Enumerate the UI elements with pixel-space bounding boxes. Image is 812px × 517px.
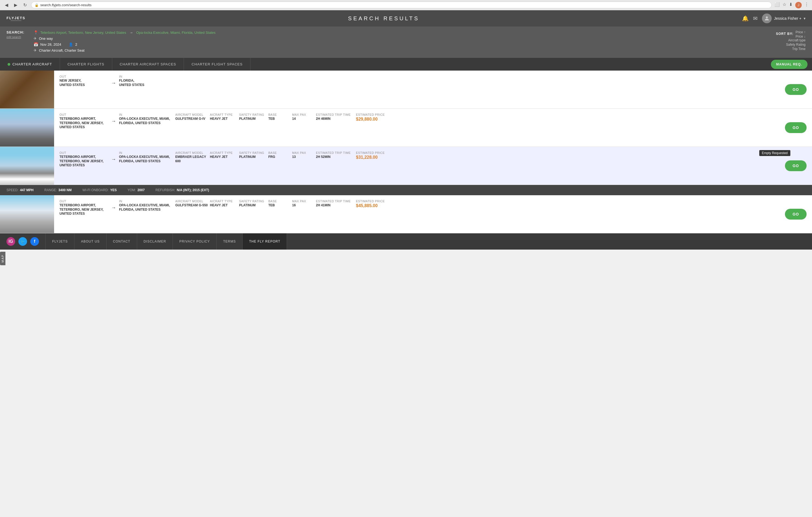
trip-time-label: ESTIMATED TRIP TIME — [316, 113, 354, 116]
footer-social: IG 🐦 f — [6, 237, 39, 246]
tab-charter-aircraft-spaces[interactable]: CHARTER AIRCRAFT SPACES — [112, 58, 184, 70]
footer-the-fly-report[interactable]: THE FLY REPORT — [243, 233, 287, 250]
date-pax-row: 📅 Nov 28, 2024 👤 2 — [33, 42, 771, 47]
tab-manual-req[interactable]: MANUAL REQ. — [771, 60, 808, 69]
sort-price-asc[interactable]: Price ↑ — [795, 30, 806, 34]
aircraft-image — [0, 147, 54, 185]
tab-charter-aircraft-label: CHARTER AIRCRAFT — [12, 62, 52, 66]
footer-terms[interactable]: TERMS — [217, 233, 243, 250]
instagram-icon[interactable]: IG — [6, 237, 15, 246]
tab-charter-aircraft[interactable]: CHARTER AIRCRAFT — [0, 58, 60, 70]
active-indicator — [7, 63, 10, 66]
user-menu[interactable]: Jessica Fisher + ▾ — [762, 13, 806, 23]
card-actions: GO — [778, 195, 812, 233]
twitter-icon[interactable]: 🐦 — [19, 237, 27, 246]
calendar-icon: 📅 — [33, 42, 38, 47]
url-text: search.flyjets.com/search-results — [40, 3, 91, 7]
safety-label: SAFETY RATING — [239, 151, 266, 154]
footer-privacy-policy[interactable]: PRIVACY POLICY — [173, 233, 217, 250]
empty-requested-badge: Empty Requested — [759, 150, 790, 156]
sort-aircraft-type[interactable]: Aircraft type — [788, 38, 806, 42]
safety-val: PLATINUM — [239, 203, 266, 208]
tab-charter-flight-spaces[interactable]: CHARTER FLIGHT SPACES — [184, 58, 251, 70]
in-label: IN — [119, 75, 173, 78]
in-label: IN — [119, 200, 173, 203]
download-icon[interactable]: ⬇ — [789, 2, 792, 8]
tab-charter-flight-spaces-label: CHARTER FLIGHT SPACES — [192, 62, 243, 66]
base-val: FRG — [268, 155, 290, 159]
in-col: IN OPA-LOCKA EXECUTIVE, MIAMI, FLORIDA, … — [119, 200, 173, 212]
card-body: OUT TETERBORO AIRPORT, TETERBORO, NEW JE… — [54, 195, 778, 233]
go-button[interactable]: GO — [785, 209, 807, 219]
sort-trip-time[interactable]: Trip Time — [792, 47, 806, 51]
price-label: ESTIMATED PRICE — [356, 200, 394, 203]
range-val: 3400 NM — [58, 188, 72, 192]
trip-time-col: ESTIMATED TRIP TIME 2H 52MIN — [316, 151, 354, 159]
speed-val: 447 MPH — [20, 188, 33, 192]
aircraft-type-val: HEAVY JET — [210, 117, 237, 121]
sort-price-desc[interactable]: Price ↓ — [795, 35, 806, 38]
flight-info: OUT NEW JERSEY,UNITED STATES → IN FLORID… — [59, 75, 774, 87]
url-bar[interactable]: 🔒 search.flyjets.com/search-results — [31, 2, 772, 8]
tabs: CHARTER AIRCRAFT CHARTER FLIGHTS CHARTER… — [0, 58, 812, 70]
pax-text: 2 — [75, 42, 77, 47]
refresh-button[interactable]: ↻ — [22, 2, 28, 8]
arrow-col: → — [110, 151, 117, 162]
menu-icon[interactable]: ⋮ — [805, 2, 809, 8]
trip-time-val: 2H 46MIN — [316, 117, 354, 121]
sort-safety-rating[interactable]: Safety Rating — [786, 43, 806, 47]
card-actions: GO — [778, 70, 812, 109]
logo[interactable]: FLYJETS — [6, 16, 25, 21]
footer-flyjets[interactable]: FLYJETS — [46, 233, 75, 250]
tab-charter-flights[interactable]: CHARTER FLIGHTS — [60, 58, 112, 70]
yom-val: 2007 — [137, 188, 145, 192]
header: FLYJETS SEARCH RESULTS 🔔 ✉ Jessica Fishe… — [0, 10, 812, 27]
card-actions: GO — [778, 109, 812, 147]
search-label: SEARCH: — [6, 30, 28, 34]
pax-icon: 👤 — [69, 42, 73, 47]
result-card: OUT NEW JERSEY,UNITED STATES → IN FLORID… — [0, 70, 812, 109]
dest-val: FLORIDA,UNITED STATES — [119, 79, 173, 87]
forward-button[interactable]: ▶ — [12, 2, 19, 8]
browser-actions: ⬜ ☆ ⬇ J ⋮ — [775, 2, 809, 8]
price-val: $45,885.00 — [356, 203, 394, 208]
safety-val: PLATINUM — [239, 117, 266, 121]
browser-user-icon[interactable]: J — [795, 2, 802, 8]
mail-icon[interactable]: ✉ — [753, 15, 758, 22]
footer-contact[interactable]: CONTACT — [107, 233, 137, 250]
footer-disclaimer[interactable]: DISCLAIMER — [137, 233, 173, 250]
out-label: OUT — [59, 151, 108, 154]
price-label: ESTIMATED PRICE — [356, 113, 394, 116]
card-body: OUT TETERBORO AIRPORT, TETERBORO, NEW JE… — [54, 109, 778, 147]
aircraft-model-col: AIRCRAFT MODEL GULFSTREAM G-IV — [175, 113, 208, 121]
origin-val: TETERBORO AIRPORT, TETERBORO, NEW JERSEY… — [59, 203, 108, 216]
chevron-down-icon: ▾ — [804, 16, 806, 21]
sort-label: SORT BY: — [776, 32, 793, 36]
go-button[interactable]: GO — [785, 122, 807, 133]
arrow-col: → — [110, 200, 117, 211]
trip-type-row: ✈ One way — [33, 36, 771, 40]
edit-search-link[interactable]: edit search — [6, 35, 28, 39]
safety-col: SAFETY RATING PLATINUM — [239, 200, 266, 208]
go-button[interactable]: GO — [785, 84, 807, 95]
screen-icon[interactable]: ⬜ — [775, 2, 780, 8]
out-label: OUT — [59, 113, 108, 116]
footer-about-us[interactable]: ABOUT US — [75, 233, 106, 250]
base-label: BASE — [268, 200, 290, 203]
trip-time-col: ESTIMATED TRIP TIME 2H 46MIN — [316, 113, 354, 121]
arrow-icon: → — [129, 31, 133, 35]
out-label: OUT — [59, 200, 108, 203]
aircraft-image — [0, 195, 54, 233]
back-button[interactable]: ◀ — [3, 2, 10, 8]
star-icon[interactable]: ☆ — [783, 2, 786, 8]
max-pax-label: MAX PAX — [292, 200, 314, 203]
refurbish-val: N/A (INT); 2015 (EXT) — [177, 188, 209, 192]
bell-icon[interactable]: 🔔 — [742, 15, 749, 22]
trip-time-label: ESTIMATED TRIP TIME — [316, 151, 354, 154]
secure-icon: 🔒 — [35, 3, 39, 7]
result-card: OUT TETERBORO AIRPORT, TETERBORO, NEW JE… — [0, 195, 812, 233]
arrow-col: → — [110, 75, 117, 86]
facebook-icon[interactable]: f — [30, 237, 39, 246]
trip-time-val: 2H 52MIN — [316, 155, 354, 159]
go-button[interactable]: GO — [785, 160, 807, 171]
